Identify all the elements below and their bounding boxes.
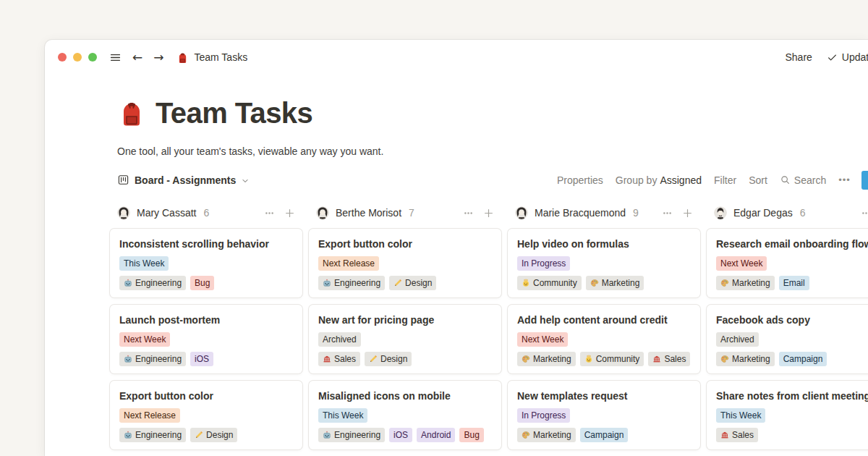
tag-label: Sales: [334, 352, 356, 366]
view-label: Board - Assignments: [135, 174, 236, 186]
tags-row: EngineeringBug: [119, 276, 294, 290]
column-add-icon[interactable]: [483, 208, 494, 219]
search-label: Search: [794, 174, 826, 186]
forward-arrow-icon[interactable]: →: [153, 51, 163, 64]
task-title: Launch post-mortem: [119, 313, 294, 327]
tag-label: Community: [533, 276, 577, 290]
tag-next-release: Next Release: [119, 408, 180, 423]
task-card[interactable]: Research email onboarding flows Next Wee…: [707, 229, 868, 297]
tag-label: This Week: [720, 408, 761, 423]
more-options-icon[interactable]: •••: [838, 174, 851, 185]
tags-row: MarketingEmail: [716, 276, 868, 290]
tag-community: Community: [517, 276, 582, 290]
tag-engineering: Engineering: [119, 276, 186, 290]
tag-label: Archived: [720, 332, 754, 347]
column-more-icon[interactable]: [264, 208, 275, 219]
task-card[interactable]: New art for pricing page ArchivedSalesDe…: [309, 305, 501, 373]
tag-engineering: Engineering: [119, 352, 186, 366]
column-more-icon[interactable]: [662, 208, 673, 219]
back-arrow-icon[interactable]: ←: [132, 51, 142, 64]
tag-label: Engineering: [135, 352, 182, 366]
tag-this-week: This Week: [318, 408, 367, 423]
updates-button[interactable]: Updates: [842, 51, 868, 63]
minimize-window-icon[interactable]: [73, 53, 82, 62]
task-title: Export button color: [119, 389, 294, 403]
group-by-button[interactable]: Group byAssigned: [616, 174, 702, 186]
toolbar-right: Properties Group byAssigned Filter Sort …: [557, 170, 868, 190]
board-column: Mary Cassatt 6 Inconsistent scrolling be…: [110, 206, 302, 456]
search-button[interactable]: Search: [780, 174, 826, 186]
column-more-icon[interactable]: [463, 208, 474, 219]
tag-label: Email: [783, 276, 805, 290]
tag-sales: Sales: [648, 352, 690, 366]
tag-archived: Archived: [318, 332, 361, 347]
tag-label: Next Release: [124, 408, 176, 423]
properties-button[interactable]: Properties: [557, 174, 603, 186]
column-header: Mary Cassatt 6: [110, 206, 302, 220]
share-button[interactable]: Share: [785, 51, 812, 63]
chevron-down-icon: [241, 177, 250, 185]
tag-campaign: Campaign: [580, 428, 629, 442]
task-card[interactable]: Share notes from client meeting This Wee…: [707, 381, 868, 449]
view-switcher[interactable]: Board - Assignments: [117, 174, 250, 186]
status-row: This Week: [119, 256, 294, 271]
task-title: New templates request: [517, 389, 692, 403]
task-card[interactable]: Misaligned icons on mobile This WeekEngi…: [309, 381, 501, 449]
column-more-icon[interactable]: [861, 208, 868, 219]
tag-label: Engineering: [135, 276, 182, 290]
palette-icon: [522, 431, 530, 439]
tag-label: Marketing: [732, 352, 770, 366]
robot-icon: [323, 431, 331, 439]
tags-row: CommunityMarketing: [517, 276, 692, 290]
tag-marketing: Marketing: [716, 276, 775, 290]
tag-next-week: Next Week: [716, 256, 767, 271]
tag-email: Email: [779, 276, 809, 290]
task-card[interactable]: Add help content around credit Next Week…: [508, 305, 700, 373]
assignee-name: Marie Bracquemond: [535, 207, 626, 219]
pencil-icon: [195, 431, 203, 439]
zoom-window-icon[interactable]: [88, 53, 97, 62]
task-card[interactable]: Facebook ads copy ArchivedMarketingCampa…: [707, 305, 868, 373]
task-title: Research email onboarding flows: [716, 237, 868, 251]
breadcrumb-doc-title[interactable]: Team Tasks: [195, 51, 248, 63]
assignee-avatar: [515, 206, 528, 219]
bank-icon: [652, 355, 661, 363]
column-add-icon[interactable]: [682, 208, 693, 219]
task-card[interactable]: New templates request In ProgressMarketi…: [508, 381, 700, 449]
tag-label: Campaign: [783, 352, 823, 366]
palette-icon: [522, 355, 530, 363]
new-button[interactable]: New: [861, 171, 868, 190]
kanban-board: Mary Cassatt 6 Inconsistent scrolling be…: [110, 206, 868, 456]
assignee-avatar: [117, 206, 130, 219]
tag-label: Bug: [195, 276, 210, 290]
close-window-icon[interactable]: [58, 53, 67, 62]
task-card[interactable]: Export button color Next ReleaseEngineer…: [110, 381, 302, 449]
task-card[interactable]: Help video on formulas In ProgressCommun…: [508, 229, 700, 297]
tag-label: Design: [405, 276, 432, 290]
window-titlebar: ← → Team Tasks Share Updates: [45, 40, 868, 75]
assignee-name: Edgar Degas: [733, 207, 793, 219]
status-row: This Week: [318, 408, 493, 423]
column-count: 6: [203, 207, 209, 219]
tag-archived: Archived: [716, 332, 759, 347]
sidebar-menu-icon[interactable]: [109, 51, 122, 64]
tag-label: Sales: [732, 428, 754, 442]
column-actions: [264, 208, 295, 219]
column-add-icon[interactable]: [284, 208, 295, 219]
tag-this-week: This Week: [716, 408, 765, 423]
sort-button[interactable]: Sort: [749, 174, 767, 186]
angel-icon: [584, 355, 593, 363]
task-card[interactable]: Inconsistent scrolling behavior This Wee…: [110, 229, 302, 297]
column-count: 6: [800, 207, 806, 219]
traffic-lights: [58, 53, 97, 62]
task-card[interactable]: Launch post-mortem Next WeekEngineeringi…: [110, 305, 302, 373]
task-card[interactable]: Export button color Next ReleaseEngineer…: [309, 229, 501, 297]
status-row: This Week: [716, 408, 868, 423]
tag-next-release: Next Release: [318, 256, 379, 271]
tags-row: SalesDesign: [318, 352, 493, 366]
task-title: Export button color: [318, 237, 493, 251]
page-subtitle: One tool, all your team's tasks, viewabl…: [117, 145, 868, 157]
tag-next-week: Next Week: [119, 332, 170, 347]
tag-label: Next Week: [522, 332, 563, 347]
filter-button[interactable]: Filter: [714, 174, 736, 186]
